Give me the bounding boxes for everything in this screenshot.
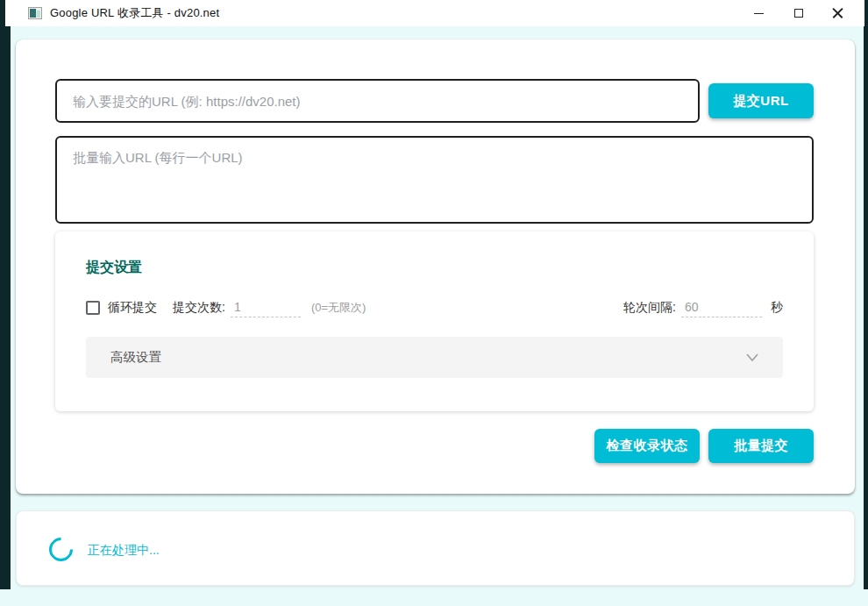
submit-times-hint: (0=无限次) [311,300,366,316]
close-button[interactable] [818,0,857,26]
loop-submit-checkbox[interactable] [86,301,100,315]
app-background-bottom [0,589,868,606]
maximize-icon [794,9,803,18]
round-interval-label: 轮次间隔: [623,300,676,316]
settings-row: 循环提交 提交次数: (0=无限次) 轮次间隔: 秒 [86,296,783,319]
batch-url-textarea[interactable] [55,136,814,224]
loop-submit-label: 循环提交 [108,300,157,316]
settings-heading: 提交设置 [86,259,142,277]
minimize-icon [754,13,764,14]
submit-times-label: 提交次数: [173,300,225,316]
settings-left-group: 循环提交 提交次数: (0=无限次) [86,298,366,317]
batch-submit-button[interactable]: 批量提交 [708,429,814,463]
advanced-settings-toggle[interactable]: 高级设置 [86,337,783,378]
minimize-button[interactable] [739,0,779,26]
processing-status-text: 正在处理中... [88,543,160,559]
window-title: Google URL 收录工具 - dv20.net [50,5,219,21]
submit-times-input[interactable] [231,298,301,317]
settings-right-group: 轮次间隔: 秒 [623,298,783,317]
chevron-down-icon [746,353,758,361]
app-window: Google URL 收录工具 - dv20.net 提交URL 提交设置 循环… [0,0,868,606]
round-interval-unit: 秒 [771,300,783,316]
advanced-settings-label: 高级设置 [110,349,161,366]
url-input[interactable] [55,79,700,123]
close-icon [832,8,843,19]
title-bar: Google URL 收录工具 - dv20.net [5,0,864,26]
check-index-status-button[interactable]: 检查收录状态 [594,429,700,463]
settings-card [55,232,814,411]
maximize-button[interactable] [779,0,818,26]
app-window-icon [28,7,42,19]
submit-url-button[interactable]: 提交URL [708,83,814,118]
window-controls [739,0,857,26]
round-interval-input[interactable] [681,298,762,317]
